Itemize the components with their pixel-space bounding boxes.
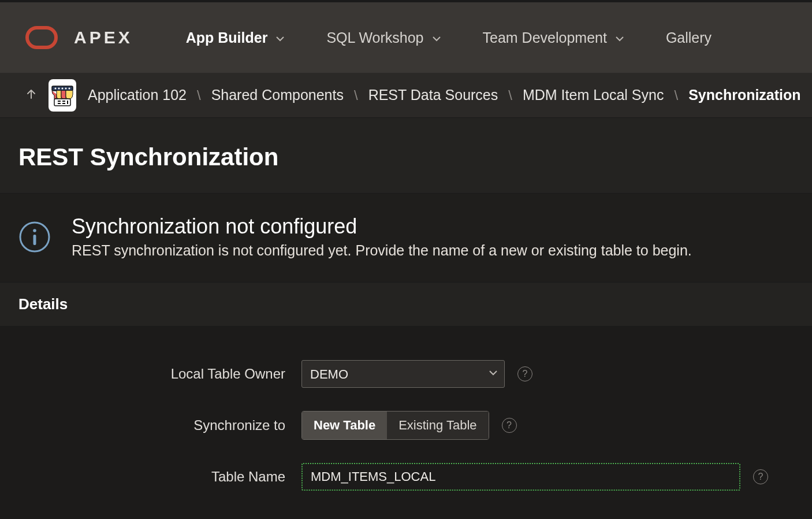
svg-rect-8 [58, 103, 61, 104]
breadcrumb-shared-components[interactable]: Shared Components [211, 87, 344, 103]
breadcrumb-separator: \ [674, 87, 678, 103]
help-icon[interactable]: ? [517, 366, 532, 381]
nav-gallery[interactable]: Gallery [645, 1, 732, 74]
nav-up-icon[interactable] [25, 87, 37, 103]
oracle-logo-icon [25, 26, 58, 49]
svg-point-5 [69, 87, 70, 89]
breadcrumb-separator: \ [354, 87, 358, 103]
brand: APEX [25, 26, 133, 49]
details-section-header: Details [0, 283, 812, 327]
svg-rect-7 [58, 101, 61, 102]
brand-text: APEX [74, 28, 133, 47]
details-form: Local Table Owner DEMO ? Synchronize to … [0, 327, 812, 519]
nav-label: SQL Workshop [326, 29, 423, 46]
svg-rect-9 [62, 101, 65, 102]
chevron-down-icon [615, 34, 624, 43]
breadcrumb-current: Synchronization [688, 87, 800, 103]
breadcrumb-bar: Application 102 \ Shared Components \ RE… [0, 73, 812, 118]
svg-point-13 [33, 229, 36, 232]
toggle-synchronize-to: New Table Existing Table [301, 411, 489, 440]
svg-rect-11 [67, 101, 68, 104]
top-nav: APEX App Builder SQL Workshop Team Devel… [0, 0, 812, 73]
row-synchronize-to: Synchronize to New Table Existing Table … [18, 411, 794, 440]
chevron-down-icon [275, 34, 285, 43]
svg-point-2 [58, 87, 60, 89]
svg-point-3 [62, 87, 64, 89]
app-icon[interactable] [49, 79, 76, 112]
nav-label: Team Development [483, 29, 607, 46]
row-table-name: Table Name ? [18, 463, 794, 491]
info-text: Synchronization not configured REST sync… [72, 214, 692, 259]
page-title-region: REST Synchronization [0, 118, 812, 194]
breadcrumb-separator: \ [508, 87, 512, 103]
label-local-table-owner: Local Table Owner [18, 366, 301, 382]
breadcrumb-application[interactable]: Application 102 [88, 87, 187, 103]
toggle-new-table[interactable]: New Table [302, 412, 387, 439]
nav-team-development[interactable]: Team Development [462, 1, 645, 74]
breadcrumb-rest-data-sources[interactable]: REST Data Sources [368, 87, 498, 103]
info-title: Synchronization not configured [72, 214, 692, 239]
breadcrumb-separator: \ [197, 87, 201, 103]
toggle-existing-table[interactable]: Existing Table [387, 412, 488, 439]
svg-point-4 [65, 87, 67, 89]
page-title: REST Synchronization [18, 143, 794, 171]
main-nav: App Builder SQL Workshop Team Developmen… [165, 1, 732, 74]
info-description: REST synchronization is not configured y… [72, 242, 692, 259]
info-icon [18, 221, 51, 253]
select-local-table-owner-wrap: DEMO [301, 360, 505, 388]
svg-rect-10 [62, 103, 65, 104]
nav-label: App Builder [186, 29, 268, 46]
info-banner: Synchronization not configured REST sync… [0, 194, 812, 283]
nav-app-builder[interactable]: App Builder [165, 1, 306, 74]
label-synchronize-to: Synchronize to [18, 417, 301, 433]
breadcrumb-mdm-item-local-sync[interactable]: MDM Item Local Sync [523, 87, 664, 103]
svg-point-1 [55, 87, 57, 89]
chevron-down-icon [432, 34, 441, 43]
help-icon[interactable]: ? [753, 469, 768, 484]
input-table-name[interactable] [301, 463, 740, 491]
breadcrumb: Application 102 \ Shared Components \ RE… [88, 87, 801, 103]
nav-label: Gallery [666, 29, 712, 46]
row-local-table-owner: Local Table Owner DEMO ? [18, 360, 794, 388]
select-local-table-owner[interactable]: DEMO [301, 360, 505, 388]
nav-sql-workshop[interactable]: SQL Workshop [306, 1, 461, 74]
label-table-name: Table Name [18, 469, 301, 485]
help-icon[interactable]: ? [502, 418, 517, 433]
svg-rect-14 [33, 235, 36, 245]
